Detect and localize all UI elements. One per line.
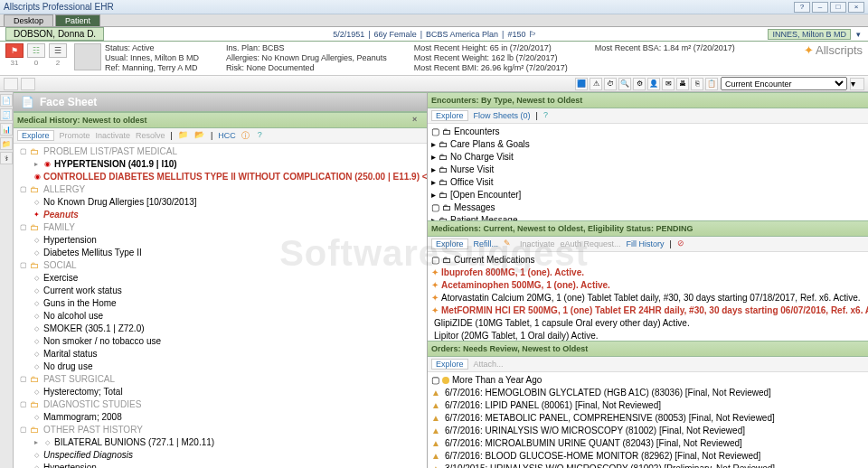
enc-flow[interactable]: Flow Sheets (0) <box>474 111 531 120</box>
folder-icon[interactable]: 📁 <box>178 130 189 141</box>
tool-icon-6[interactable]: 👤 <box>647 78 660 90</box>
calendar-icon[interactable]: ☷ <box>27 43 45 58</box>
tool-icon-1[interactable]: 🟦 <box>575 78 588 90</box>
tab-patient[interactable]: Patient <box>55 14 100 26</box>
enc-office[interactable]: Office Visit <box>450 176 493 189</box>
item-smoker[interactable]: SMOKER (305.1 | Z72.0) <box>43 323 145 335</box>
cat-problem[interactable]: PROBLEM LIST/PAST MEDICAL <box>43 145 177 158</box>
tool-icon-7[interactable]: ✉ <box>662 78 675 90</box>
maximize-button[interactable]: □ <box>830 2 846 13</box>
item-fam-dm[interactable]: Diabetes Mellitus Type II <box>43 247 142 259</box>
tool-icon-5[interactable]: ⚙ <box>633 78 646 90</box>
tool-icon-3[interactable]: ⏱ <box>604 78 617 90</box>
med-item[interactable]: Lipitor (20MG Tablet, 1 Oral daily) Acti… <box>434 330 599 341</box>
order-item[interactable]: 6/7/2016: METABOLIC PANEL, COMPREHENSIVE… <box>445 412 775 425</box>
expand-toggle[interactable]: ▢ <box>431 374 439 387</box>
meds-fill[interactable]: Fill History <box>627 239 665 248</box>
enc-encounters[interactable]: Encounters <box>454 126 500 138</box>
expand-toggle[interactable]: ▢ <box>19 221 27 234</box>
item-fam-htn[interactable]: Hypertension <box>43 234 97 247</box>
cat-other[interactable]: OTHER PAST HISTORY <box>43 424 143 436</box>
item-bunions[interactable]: BILATERAL BUNIONS (727.1 | M20.11) <box>54 436 214 449</box>
enc-nurse[interactable]: Nurse Visit <box>450 164 494 176</box>
edit-icon[interactable]: ✎ <box>504 239 514 249</box>
item-nkda[interactable]: No Known Drug Allergies [10/30/2013] <box>43 196 197 209</box>
cat-social[interactable]: SOCIAL <box>43 259 77 272</box>
item-work[interactable]: Current work status <box>43 285 122 297</box>
order-item[interactable]: 6/7/2016: HEMOGLOBIN GLYCLATED (HGB A1C)… <box>445 387 771 399</box>
expand-toggle[interactable]: ▢ <box>19 398 27 411</box>
close-button[interactable]: × <box>848 2 864 13</box>
expand-toggle[interactable]: ▢ <box>431 254 439 267</box>
expand-toggle[interactable]: ▢ <box>19 259 27 272</box>
patient-name[interactable]: DOBSON, Donna D. <box>5 27 104 41</box>
expand-toggle[interactable]: ▢ <box>431 201 439 214</box>
item-exercise[interactable]: Exercise <box>43 272 78 285</box>
med-item[interactable]: Atorvastatin Calcium 20MG, 1 (one) Table… <box>441 292 861 304</box>
medhx-resolve[interactable]: Resolve <box>136 131 165 140</box>
expand-toggle[interactable]: ▢ <box>19 145 27 158</box>
expand-toggle[interactable]: ▢ <box>431 126 439 138</box>
help-icon[interactable]: ? <box>258 130 269 141</box>
meds-refill[interactable]: Refill... <box>474 239 499 248</box>
item-dm[interactable]: CONTROLLED DIABETES MELLITUS TYPE II WIT… <box>43 171 427 183</box>
meds-inact[interactable]: Inactivate <box>520 239 555 248</box>
tool-icon-2[interactable]: ⚠ <box>590 78 602 90</box>
item-mammo[interactable]: Mammogram; 2008 <box>43 411 122 424</box>
order-item[interactable]: 6/7/2016: MICROALBUMIN URINE QUANT (8204… <box>445 437 742 450</box>
med-item[interactable]: Ibuprofen 800MG, 1 (one). Active. <box>441 267 584 279</box>
enc-tree[interactable]: ▢🗀Encounters ▸🗀Care Plans & Goals ▸🗀No C… <box>428 124 868 220</box>
meds-folder[interactable]: Current Medications <box>454 254 534 267</box>
rail-btn-4[interactable]: 📁 <box>0 137 13 150</box>
item-marital[interactable]: Marital status <box>43 348 97 360</box>
order-item[interactable]: 3/10/2015: URINALYSIS W/O MICROSCOPY (81… <box>445 463 775 469</box>
enc-messages[interactable]: Messages <box>454 201 495 214</box>
encounter-select[interactable]: Current Encounter <box>721 77 847 90</box>
item-htn[interactable]: HYPERTENSION (401.9 | I10) <box>54 158 177 171</box>
medhx-promote[interactable]: Promote <box>60 131 90 140</box>
expand-toggle[interactable]: ▸ <box>431 176 436 189</box>
medhx-explore[interactable]: Explore <box>17 130 54 141</box>
expand-toggle[interactable]: ▢ <box>19 183 27 196</box>
enc-nocharge[interactable]: No Charge Visit <box>450 151 514 164</box>
item-hyst[interactable]: Hysterectomy; Total <box>43 386 123 398</box>
expand-toggle[interactable]: ▸ <box>431 138 436 151</box>
item-unspec[interactable]: Unspecified Diagnosis <box>43 449 133 462</box>
item-peanuts[interactable]: Peanuts <box>43 209 79 221</box>
cat-diag[interactable]: DIAGNOSTIC STUDIES <box>43 398 141 411</box>
med-item[interactable]: GlipiZIDE (10MG Tablet, 1 capsule Oral e… <box>434 317 690 330</box>
medhx-inactivate[interactable]: Inactivate <box>96 131 131 140</box>
rail-btn-1[interactable]: 📄 <box>0 94 13 107</box>
tool-icon-4[interactable]: 🔍 <box>618 78 631 90</box>
tool-icon-10[interactable]: 📋 <box>705 78 718 90</box>
minimize-button[interactable]: – <box>812 2 828 13</box>
toolbar-nav-fwd[interactable] <box>21 78 35 90</box>
item-nodrug[interactable]: No drug use <box>43 360 92 373</box>
order-item[interactable]: 6/7/2016: URINALYSIS W/O MICROSCOPY (810… <box>445 425 745 437</box>
orders-group[interactable]: More Than a Year Ago <box>452 374 542 387</box>
rail-btn-2[interactable]: 🧾 <box>0 108 13 121</box>
enc-care[interactable]: Care Plans & Goals <box>450 138 530 151</box>
tab-desktop[interactable]: Desktop <box>4 14 53 26</box>
info-icon[interactable]: ⓘ <box>241 130 252 141</box>
meds-tree[interactable]: ▢🗀Current Medications ✦Ibuprofen 800MG, … <box>428 252 868 341</box>
cat-allergy[interactable]: ALLERGY <box>43 183 85 196</box>
medhx-tree[interactable]: ▢🗀PROBLEM LIST/PAST MEDICAL ▸◉HYPERTENSI… <box>14 144 427 468</box>
enc-explore[interactable]: Explore <box>431 110 468 121</box>
enc-open[interactable]: [Open Encounter] <box>450 189 521 201</box>
order-item[interactable]: 6/7/2016: BLOOD GLUCOSE-HOME MONITOR (82… <box>445 450 760 463</box>
expand-toggle[interactable]: ▸ <box>431 164 436 176</box>
medhx-close-icon[interactable]: × <box>412 115 423 126</box>
item-guns[interactable]: Guns in the Home <box>43 297 117 310</box>
expand-toggle[interactable]: ▸ <box>32 158 40 171</box>
med-item[interactable]: MetFORMIN HCl ER 500MG, 1 (one) Tablet E… <box>441 304 868 317</box>
orders-tree[interactable]: ▢More Than a Year Ago ▲6/7/2016: HEMOGLO… <box>428 372 868 469</box>
expand-toggle[interactable]: ▸ <box>32 436 40 449</box>
provider-dropdown-icon[interactable]: ▾ <box>856 30 861 39</box>
tool-icon-8[interactable]: 🖶 <box>676 78 689 90</box>
help-icon[interactable]: ? <box>543 110 554 121</box>
medhx-hcc[interactable]: HCC <box>218 131 236 140</box>
toolbar-menu[interactable]: ▾ <box>850 78 864 90</box>
cat-family[interactable]: FAMILY <box>43 221 75 234</box>
flag-icon[interactable]: 🏳 <box>529 30 537 39</box>
